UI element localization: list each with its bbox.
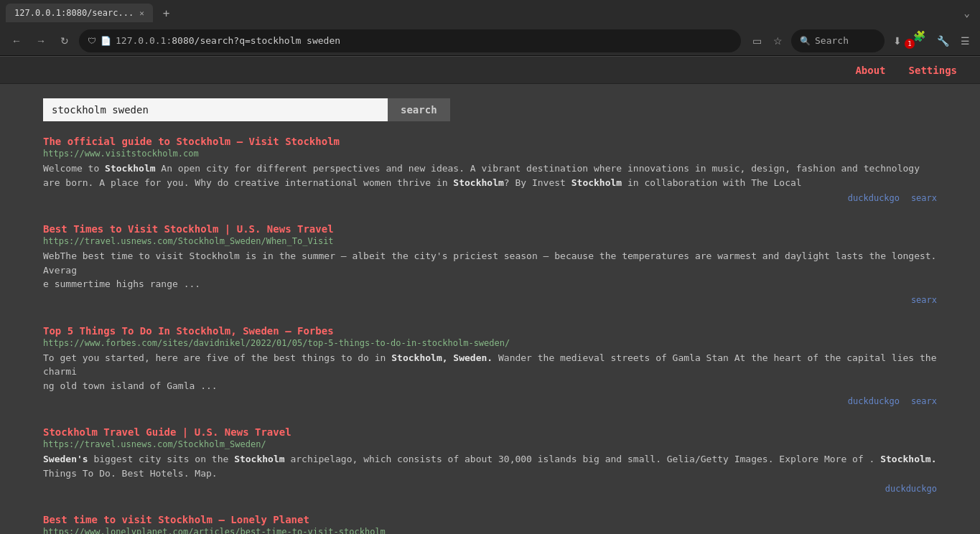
search-input[interactable] — [43, 98, 388, 121]
search-box-icon: 🔍 — [800, 36, 811, 46]
result-title[interactable]: Top 5 Things To Do In Stockholm, Sweden … — [43, 325, 937, 337]
security-icon: 🛡 — [88, 36, 96, 46]
result-title[interactable]: Best time to visit Stockholm – Lonely Pl… — [43, 514, 937, 525]
nav-right-icons: ▭ ☆ 🔍 Search ⬇ 🧩 1 🔧 ☰ — [750, 27, 973, 55]
address-text: 127.0.0.1:8080/search?q=stockholm sweden — [116, 35, 732, 46]
result-item: Stockholm Travel Guide | U.S. News Trave… — [43, 426, 937, 494]
result-url: https://www.forbes.com/sites/davidnikel/… — [43, 338, 937, 348]
result-item: Best Times to Visit Stockholm | U.S. New… — [43, 223, 937, 305]
tab-bar: 127.0.0.1:8080/searc... ✕ + ⌄ — [0, 0, 980, 26]
result-snippet: Welcome to Stockholm An open city for di… — [43, 161, 937, 189]
tab-close-button[interactable]: ✕ — [139, 9, 144, 18]
nav-bar: ← → ↻ 🛡 📄 127.0.0.1:8080/search?q=stockh… — [0, 26, 980, 56]
result-url: https://travel.usnews.com/Stockholm_Swed… — [43, 439, 937, 449]
result-url: https://www.lonelyplanet.com/articles/be… — [43, 527, 937, 534]
forward-button[interactable]: → — [32, 32, 50, 50]
browser-search-box[interactable]: 🔍 Search — [791, 29, 885, 52]
page-icon: 📄 — [101, 36, 111, 46]
result-sources: duckduckgo searx — [43, 395, 937, 406]
result-snippet: Sweden's biggest city sits on the Stockh… — [43, 452, 937, 480]
search-area: search — [0, 84, 980, 128]
about-link[interactable]: About — [844, 59, 897, 82]
result-snippet: To get you started, here are five of the… — [43, 351, 937, 393]
result-title[interactable]: The official guide to Stockholm – Visit … — [43, 136, 937, 147]
browser-chrome: 127.0.0.1:8080/searc... ✕ + ⌄ ← → ↻ 🛡 📄 … — [0, 0, 980, 57]
source-link-duckduckgo[interactable]: duckduckgo — [848, 396, 900, 406]
source-link-searx[interactable]: searx — [911, 396, 937, 406]
extensions-button[interactable]: 🔧 — [934, 32, 952, 50]
search-box-label: Search — [815, 35, 849, 46]
address-bar[interactable]: 🛡 📄 127.0.0.1:8080/search?q=stockholm sw… — [79, 29, 741, 52]
menu-button[interactable]: ☰ — [958, 32, 973, 50]
source-link-searx[interactable]: searx — [911, 295, 937, 305]
back-button[interactable]: ← — [7, 32, 26, 50]
results-area: The official guide to Stockholm – Visit … — [0, 128, 980, 534]
bookmark-button[interactable]: ☆ — [770, 32, 785, 50]
app-nav: About Settings — [844, 59, 969, 82]
result-sources: duckduckgo — [43, 483, 937, 494]
result-title[interactable]: Best Times to Visit Stockholm | U.S. New… — [43, 223, 937, 235]
source-link-duckduckgo[interactable]: duckduckgo — [885, 484, 937, 494]
app-header: About Settings — [0, 57, 980, 84]
tab-title: 127.0.0.1:8080/searc... — [14, 8, 134, 18]
result-item: The official guide to Stockholm – Visit … — [43, 136, 937, 203]
tab-controls[interactable]: ⌄ — [960, 4, 974, 22]
reader-view-button[interactable]: ▭ — [750, 32, 765, 50]
download-button[interactable]: ⬇ — [890, 32, 905, 50]
settings-link[interactable]: Settings — [897, 59, 969, 82]
result-sources: searx — [43, 294, 937, 305]
new-tab-button[interactable]: + — [159, 4, 174, 23]
result-url: https://travel.usnews.com/Stockholm_Swed… — [43, 236, 937, 246]
result-snippet: WebThe best time to visit Stockholm is i… — [43, 249, 937, 291]
active-tab[interactable]: 127.0.0.1:8080/searc... ✕ — [6, 4, 153, 22]
url-protocol: 127.0.0.1: — [116, 35, 172, 46]
result-sources: duckduckgo searx — [43, 192, 937, 203]
result-item: Top 5 Things To Do In Stockholm, Sweden … — [43, 325, 937, 407]
source-link-duckduckgo[interactable]: duckduckgo — [848, 193, 900, 203]
result-title[interactable]: Stockholm Travel Guide | U.S. News Trave… — [43, 426, 937, 438]
result-item: Best time to visit Stockholm – Lonely Pl… — [43, 514, 937, 534]
refresh-button[interactable]: ↻ — [56, 32, 73, 50]
extension-icon-wrap: 🧩 1 — [910, 27, 928, 55]
url-path: 8080/search?q=stockholm sweden — [172, 35, 340, 46]
search-button[interactable]: search — [388, 98, 450, 121]
source-link-searx[interactable]: searx — [911, 193, 937, 203]
result-url: https://www.visitstockholm.com — [43, 149, 937, 159]
extension-badge: 1 — [905, 39, 915, 49]
